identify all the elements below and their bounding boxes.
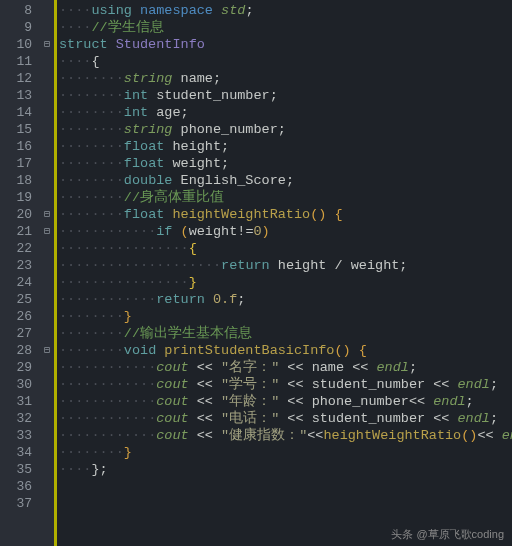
fold-toggle bbox=[40, 257, 54, 274]
fold-toggle bbox=[40, 410, 54, 427]
line-number[interactable]: 21 bbox=[0, 223, 40, 240]
line-number[interactable]: 34 bbox=[0, 444, 40, 461]
fold-toggle bbox=[40, 444, 54, 461]
code-line[interactable]: ········} bbox=[59, 444, 512, 461]
line-number[interactable]: 19 bbox=[0, 189, 40, 206]
line-number[interactable]: 30 bbox=[0, 376, 40, 393]
fold-toggle[interactable]: ⊟ bbox=[40, 342, 54, 359]
code-line[interactable]: ········float weight; bbox=[59, 155, 512, 172]
line-number[interactable]: 28 bbox=[0, 342, 40, 359]
fold-toggle bbox=[40, 70, 54, 87]
code-line[interactable]: ················{ bbox=[59, 240, 512, 257]
line-number[interactable]: 17 bbox=[0, 155, 40, 172]
line-number[interactable]: 35 bbox=[0, 461, 40, 478]
fold-toggle bbox=[40, 172, 54, 189]
fold-toggle[interactable]: ⊟ bbox=[40, 36, 54, 53]
fold-toggle bbox=[40, 359, 54, 376]
fold-toggle bbox=[40, 325, 54, 342]
line-number[interactable]: 24 bbox=[0, 274, 40, 291]
code-line[interactable]: ············cout << "健康指数："<<heightWeigh… bbox=[59, 427, 512, 444]
fold-toggle bbox=[40, 461, 54, 478]
code-area[interactable]: ····using namespace std;····//学生信息struct… bbox=[57, 0, 512, 546]
watermark: 头条 @草原飞歌coding bbox=[391, 527, 504, 542]
code-editor: 8910111213141516171819202122232425262728… bbox=[0, 0, 512, 546]
line-number[interactable]: 22 bbox=[0, 240, 40, 257]
fold-toggle bbox=[40, 53, 54, 70]
line-number[interactable]: 16 bbox=[0, 138, 40, 155]
line-number[interactable]: 8 bbox=[0, 2, 40, 19]
code-line[interactable] bbox=[59, 478, 512, 495]
fold-toggle bbox=[40, 121, 54, 138]
line-number[interactable]: 25 bbox=[0, 291, 40, 308]
line-number[interactable]: 12 bbox=[0, 70, 40, 87]
code-line[interactable]: ········} bbox=[59, 308, 512, 325]
fold-toggle bbox=[40, 189, 54, 206]
code-line[interactable]: ········//身高体重比值 bbox=[59, 189, 512, 206]
code-line[interactable]: ················} bbox=[59, 274, 512, 291]
line-number[interactable]: 18 bbox=[0, 172, 40, 189]
fold-toggle bbox=[40, 393, 54, 410]
line-number[interactable]: 23 bbox=[0, 257, 40, 274]
fold-column[interactable]: ⊟⊟⊟⊟ bbox=[40, 0, 54, 546]
line-number[interactable]: 26 bbox=[0, 308, 40, 325]
fold-toggle bbox=[40, 87, 54, 104]
fold-toggle[interactable]: ⊟ bbox=[40, 223, 54, 240]
code-line[interactable]: ····}; bbox=[59, 461, 512, 478]
line-number[interactable]: 33 bbox=[0, 427, 40, 444]
fold-toggle bbox=[40, 104, 54, 121]
code-line[interactable]: ····//学生信息 bbox=[59, 19, 512, 36]
fold-toggle bbox=[40, 308, 54, 325]
fold-toggle bbox=[40, 427, 54, 444]
code-line[interactable]: ····using namespace std; bbox=[59, 2, 512, 19]
code-line[interactable]: ········int age; bbox=[59, 104, 512, 121]
line-number-gutter[interactable]: 8910111213141516171819202122232425262728… bbox=[0, 0, 40, 546]
line-number[interactable]: 13 bbox=[0, 87, 40, 104]
line-number[interactable]: 11 bbox=[0, 53, 40, 70]
code-line[interactable]: ············if (weight!=0) bbox=[59, 223, 512, 240]
code-line[interactable]: ········float heightWeightRatio() { bbox=[59, 206, 512, 223]
line-number[interactable]: 32 bbox=[0, 410, 40, 427]
code-line[interactable]: ············cout << "年龄：" << phone_numbe… bbox=[59, 393, 512, 410]
fold-toggle[interactable]: ⊟ bbox=[40, 206, 54, 223]
code-line[interactable]: ············cout << "学号：" << student_num… bbox=[59, 376, 512, 393]
code-line[interactable]: ········int student_number; bbox=[59, 87, 512, 104]
code-line[interactable]: ····{ bbox=[59, 53, 512, 70]
line-number[interactable]: 9 bbox=[0, 19, 40, 36]
code-line[interactable]: ········string name; bbox=[59, 70, 512, 87]
fold-toggle bbox=[40, 138, 54, 155]
fold-toggle bbox=[40, 478, 54, 495]
code-line[interactable]: ············cout << "名字：" << name << end… bbox=[59, 359, 512, 376]
line-number[interactable]: 36 bbox=[0, 478, 40, 495]
fold-toggle bbox=[40, 274, 54, 291]
code-line[interactable]: ········void printStudentBasicInfo() { bbox=[59, 342, 512, 359]
code-line[interactable]: ········float height; bbox=[59, 138, 512, 155]
code-line[interactable]: struct StudentInfo bbox=[59, 36, 512, 53]
fold-toggle bbox=[40, 291, 54, 308]
line-number[interactable]: 10 bbox=[0, 36, 40, 53]
fold-toggle bbox=[40, 240, 54, 257]
line-number[interactable]: 20 bbox=[0, 206, 40, 223]
line-number[interactable]: 37 bbox=[0, 495, 40, 512]
fold-toggle bbox=[40, 495, 54, 512]
line-number[interactable]: 29 bbox=[0, 359, 40, 376]
code-line[interactable]: ········double English_Score; bbox=[59, 172, 512, 189]
fold-toggle bbox=[40, 376, 54, 393]
line-number[interactable]: 27 bbox=[0, 325, 40, 342]
code-line[interactable]: ····················return height / weig… bbox=[59, 257, 512, 274]
code-line[interactable]: ········string phone_number; bbox=[59, 121, 512, 138]
fold-toggle bbox=[40, 19, 54, 36]
code-line[interactable]: ········//输出学生基本信息 bbox=[59, 325, 512, 342]
code-line[interactable] bbox=[59, 495, 512, 512]
code-line[interactable]: ············return 0.f; bbox=[59, 291, 512, 308]
code-line[interactable]: ············cout << "电话：" << student_num… bbox=[59, 410, 512, 427]
line-number[interactable]: 31 bbox=[0, 393, 40, 410]
fold-toggle bbox=[40, 155, 54, 172]
line-number[interactable]: 14 bbox=[0, 104, 40, 121]
fold-toggle bbox=[40, 2, 54, 19]
line-number[interactable]: 15 bbox=[0, 121, 40, 138]
